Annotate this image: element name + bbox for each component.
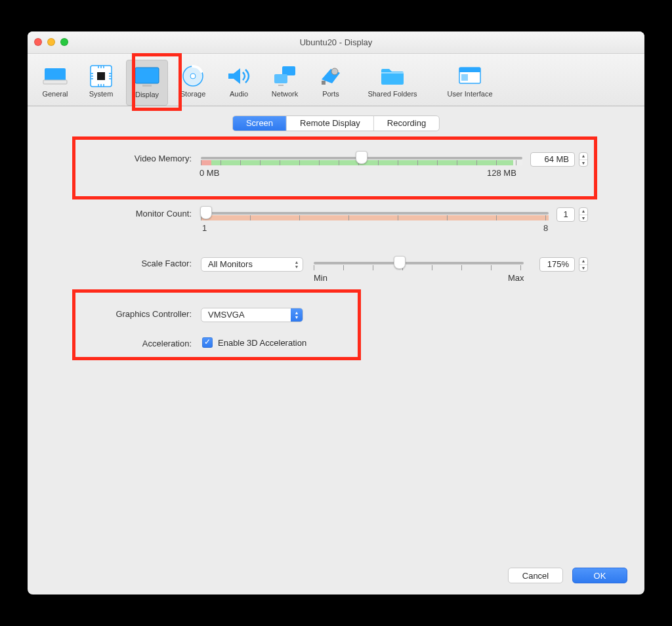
tab-screen[interactable]: Screen [233, 116, 287, 131]
svg-point-20 [190, 73, 196, 79]
minimize-icon[interactable] [47, 38, 55, 46]
toolbar-item-system[interactable]: System [80, 60, 122, 106]
svg-rect-22 [274, 74, 287, 83]
toolbar-item-shared-folders[interactable]: Shared Folders [356, 60, 429, 106]
acceleration-label: Acceleration: [28, 339, 192, 348]
video-memory-thumb[interactable] [356, 151, 368, 164]
spinner-down-icon[interactable]: ▾ [579, 265, 587, 272]
monitor-count-slider[interactable] [201, 212, 549, 215]
toolbar-label: Ports [322, 90, 339, 98]
monitor-count-label: Monitor Count: [28, 209, 192, 219]
toolbar-label: Shared Folders [368, 90, 417, 98]
video-memory-field[interactable]: 64 MB [530, 152, 575, 167]
cancel-button[interactable]: Cancel [508, 568, 563, 583]
spinner-down-icon[interactable]: ▾ [579, 160, 587, 167]
close-icon[interactable] [34, 38, 42, 46]
general-icon [42, 62, 68, 90]
window-title: Ubuntu20 - Display [28, 37, 644, 47]
svg-rect-16 [135, 68, 159, 83]
tab-remote-display[interactable]: Remote Display [287, 116, 374, 131]
dropdown-value: VMSVGA [208, 310, 245, 320]
audio-icon [226, 62, 252, 90]
toolbar-item-network[interactable]: Network [264, 60, 306, 106]
toolbar-label: Storage [180, 90, 206, 98]
zoom-icon[interactable] [60, 38, 68, 46]
monitor-count-max: 8 [543, 223, 548, 233]
scale-max: Max [508, 273, 524, 283]
toolbar-item-audio[interactable]: Audio [218, 60, 260, 106]
network-icon [272, 62, 298, 90]
scale-monitor-dropdown[interactable]: All Monitors ▲▼ [201, 257, 303, 272]
svg-point-24 [331, 68, 338, 75]
storage-icon [181, 62, 205, 90]
toolbar-label: Network [272, 90, 298, 98]
video-memory-max: 128 MB [487, 168, 516, 178]
toolbar-item-storage[interactable]: Storage [172, 60, 214, 106]
enable-3d-checkbox[interactable]: ✓ [202, 337, 213, 348]
dropdown-value: All Monitors [208, 259, 253, 269]
display-icon [133, 63, 161, 91]
toolbar-label: Display [135, 91, 159, 98]
monitor-count-min: 1 [202, 223, 207, 233]
spinner-down-icon[interactable]: ▾ [579, 215, 587, 222]
video-memory-spinner[interactable]: ▴ ▾ [579, 152, 588, 167]
monitor-count-range [201, 215, 549, 220]
toolbar-item-ports[interactable]: Ports [310, 60, 352, 106]
scale-factor-spinner[interactable]: ▴ ▾ [579, 257, 588, 272]
scale-factor-label: Scale Factor: [28, 259, 192, 268]
video-memory-label: Video Memory: [28, 154, 192, 163]
settings-window: Ubuntu20 - Display General [28, 31, 644, 595]
graphics-controller-dropdown[interactable]: VMSVGA ▲▼ [201, 308, 303, 322]
spinner-up-icon[interactable]: ▴ [579, 258, 587, 265]
scale-factor-field[interactable]: 175% [539, 257, 575, 272]
scale-factor-slider[interactable] [314, 262, 524, 264]
svg-rect-3 [97, 72, 105, 80]
monitor-count-spinner[interactable]: ▴ ▾ [579, 207, 588, 222]
svg-rect-23 [278, 85, 284, 86]
svg-rect-25 [322, 81, 326, 85]
svg-rect-26 [381, 72, 404, 73]
spinner-up-icon[interactable]: ▴ [579, 153, 587, 160]
video-memory-min: 0 MB [200, 168, 219, 178]
toolbar-label: User Interface [447, 90, 492, 98]
enable-3d-label[interactable]: Enable 3D Acceleration [218, 338, 306, 348]
toolbar-label: Audio [230, 90, 248, 98]
ports-icon [318, 62, 344, 90]
scale-min: Min [314, 273, 327, 283]
window-controls [34, 38, 68, 46]
settings-toolbar: General System [28, 54, 644, 106]
scale-factor-thumb[interactable] [394, 256, 406, 269]
toolbar-item-general[interactable]: General [34, 60, 76, 106]
annotation-highlight [72, 136, 597, 199]
svg-rect-29 [461, 74, 468, 81]
display-subtabs: Screen Remote Display Recording [232, 115, 440, 131]
toolbar-item-display[interactable]: Display [126, 60, 168, 106]
spinner-up-icon[interactable]: ▴ [579, 208, 587, 215]
toolbar-label: General [42, 90, 68, 98]
tab-recording[interactable]: Recording [374, 116, 439, 131]
ui-icon [457, 62, 483, 90]
annotation-highlight [72, 289, 361, 360]
svg-rect-18 [142, 85, 152, 87]
monitor-count-thumb[interactable] [200, 206, 212, 219]
chevron-updown-icon: ▲▼ [291, 308, 303, 322]
toolbar-item-user-interface[interactable]: User Interface [433, 60, 507, 106]
folder-icon [379, 62, 406, 90]
dialog-footer: Cancel OK [28, 556, 644, 595]
svg-rect-0 [45, 68, 66, 81]
monitor-count-field[interactable]: 1 [556, 207, 575, 222]
svg-rect-28 [459, 68, 480, 72]
svg-rect-1 [43, 80, 67, 84]
graphics-controller-label: Graphics Controller: [28, 309, 192, 319]
titlebar: Ubuntu20 - Display [28, 31, 644, 54]
ok-button[interactable]: OK [572, 568, 627, 583]
chevron-updown-icon: ▲▼ [291, 258, 303, 271]
system-icon [89, 62, 113, 90]
svg-rect-21 [282, 66, 295, 75]
toolbar-label: System [89, 90, 114, 98]
